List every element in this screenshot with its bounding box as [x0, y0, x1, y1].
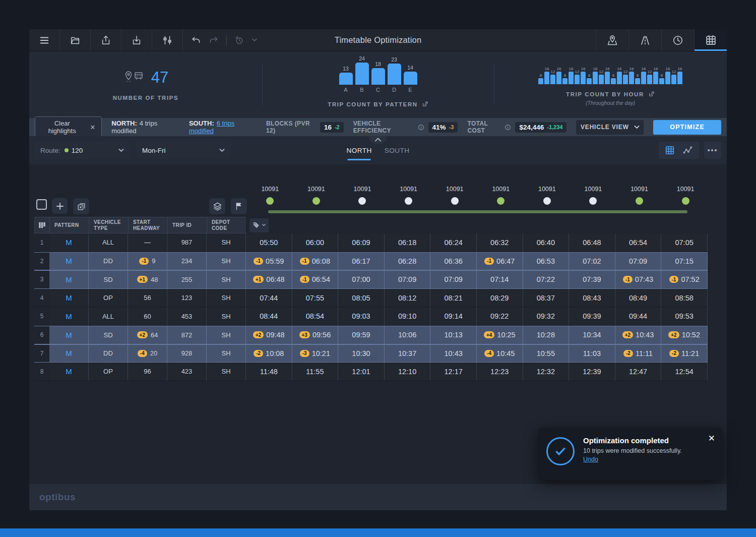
time-cell[interactable]: 09:10	[385, 307, 431, 325]
time-cell[interactable]: 09:14	[430, 307, 477, 325]
time-cell[interactable]: 07:15	[661, 253, 708, 270]
timeline-stop-dot[interactable]	[266, 197, 274, 205]
time-cell[interactable]: 10:37	[385, 345, 431, 363]
time-cell[interactable]: 08:37	[523, 289, 570, 307]
map-view-button[interactable]	[596, 29, 628, 51]
timeline-stop-dot[interactable]	[636, 197, 643, 205]
timeline-stop[interactable]: 10091	[616, 185, 663, 215]
import-button[interactable]	[121, 29, 152, 51]
trip-id-cell[interactable]: 872	[167, 326, 207, 344]
time-cell[interactable]: +210:43	[615, 326, 662, 344]
time-cell[interactable]: 06:00	[292, 233, 339, 252]
trip-id-cell[interactable]: 255	[167, 271, 207, 288]
time-cell[interactable]: -106:08	[292, 253, 339, 270]
time-cell[interactable]: 12:10	[385, 363, 431, 381]
trip-id-cell[interactable]: 987	[167, 233, 207, 252]
time-cell[interactable]: 12:54	[661, 363, 708, 381]
timeline-stop-dot[interactable]	[682, 197, 689, 205]
time-cell[interactable]: 12:17	[430, 363, 477, 381]
time-cell[interactable]: -210:08	[246, 345, 292, 363]
timeline-stop[interactable]: 10091	[339, 185, 386, 215]
pattern-cell[interactable]: M	[49, 289, 89, 307]
time-cell[interactable]: 06:32	[477, 233, 523, 252]
select-all-checkbox[interactable]	[36, 199, 47, 210]
time-cell[interactable]: 07:39	[569, 271, 615, 288]
timeline-stop[interactable]: 10091	[478, 185, 524, 215]
trip-id-cell[interactable]: 453	[167, 307, 207, 325]
timetable-view-button[interactable]	[694, 29, 727, 51]
time-cell[interactable]: 09:32	[523, 307, 570, 325]
time-cell[interactable]: 09:53	[661, 307, 708, 325]
timeline-stop-dot[interactable]	[405, 197, 412, 205]
clear-highlights-button[interactable]: Clear highlights✕	[35, 116, 102, 138]
table-row[interactable]: 7MDD-420928SH-210:08-310:2110:3010:3710:…	[34, 344, 708, 363]
time-cell[interactable]: 08:05	[338, 289, 385, 307]
undo-icon[interactable]	[191, 35, 201, 45]
timeline-stop[interactable]: 10091	[570, 185, 616, 215]
headway-cell[interactable]: +148	[128, 271, 167, 288]
vehicle-view-dropdown[interactable]: VEHICLE VIEW	[576, 120, 644, 135]
vehicle-type-cell[interactable]: SD	[89, 326, 128, 344]
time-cell[interactable]: 07:05	[661, 233, 708, 252]
toast-undo-link[interactable]: Undo	[583, 456, 598, 463]
external-link-icon[interactable]	[422, 101, 428, 107]
tag-button[interactable]	[249, 218, 269, 232]
headway-cell[interactable]: -420	[128, 345, 167, 363]
time-cell[interactable]: -106:47	[477, 253, 523, 270]
table-row[interactable]: 6MSD+264872SH+209:48+309:5609:5910:0610:…	[34, 326, 708, 344]
depot-code-cell[interactable]: SH	[207, 307, 246, 325]
vehicle-type-cell[interactable]: DD	[89, 345, 128, 363]
time-cell[interactable]: 12:47	[615, 363, 662, 381]
time-cell[interactable]: 09:03	[338, 307, 385, 325]
time-cell[interactable]: 08:58	[661, 289, 708, 307]
more-options-button[interactable]: •••	[704, 142, 721, 159]
time-cell[interactable]: -310:21	[292, 345, 339, 363]
service-day-select[interactable]: Mon-Fri	[136, 142, 231, 159]
chevron-down-icon[interactable]	[252, 38, 257, 42]
headway-cell[interactable]: +264	[128, 326, 167, 344]
time-cell[interactable]: 07:22	[523, 271, 570, 288]
time-cell[interactable]: 08:49	[615, 289, 662, 307]
time-cell[interactable]: 10:30	[338, 345, 385, 363]
trip-id-cell[interactable]: 234	[167, 253, 207, 270]
flag-button[interactable]	[231, 198, 247, 214]
time-cell[interactable]: +106:48	[246, 271, 292, 288]
headway-cell[interactable]: 60	[128, 307, 167, 325]
table-row[interactable]: 4MOP56123SH07:4407:5508:0508:1208:2108:2…	[34, 289, 708, 308]
time-cell[interactable]: 11:03	[569, 345, 615, 363]
table-row[interactable]: 1MALL—987SH05:5006:0006:0906:1806:2406:3…	[34, 233, 708, 252]
time-cell[interactable]: 06:54	[615, 233, 662, 252]
table-row[interactable]: 8MOP96423SH11:4811:5512:0112:1012:1712:2…	[34, 363, 708, 381]
time-cell[interactable]: 09:39	[569, 307, 615, 325]
table-mode-icon[interactable]	[664, 145, 675, 156]
pattern-cell[interactable]: M	[49, 233, 89, 252]
vehicle-type-cell[interactable]: ALL	[89, 307, 128, 325]
time-cell[interactable]: -107:43	[615, 271, 662, 288]
time-cell[interactable]: 07:09	[615, 253, 662, 270]
time-cell[interactable]: 06:28	[385, 253, 431, 270]
road-view-button[interactable]	[628, 29, 661, 51]
depot-code-cell[interactable]: SH	[207, 289, 246, 307]
time-cell[interactable]: -211:21	[661, 345, 708, 363]
time-cell[interactable]: 12:39	[569, 363, 615, 381]
time-cell[interactable]: 07:09	[430, 271, 477, 288]
timeline-stop[interactable]: 10091	[524, 185, 571, 215]
time-cell[interactable]: 10:13	[430, 326, 477, 344]
vehicle-type-cell[interactable]: DD	[89, 253, 128, 270]
time-cell[interactable]: -106:54	[292, 271, 339, 288]
header-start-headway[interactable]: START HEADWAY	[128, 217, 167, 233]
info-icon[interactable]	[418, 124, 424, 131]
vehicle-type-cell[interactable]: SD	[89, 271, 128, 288]
time-cell[interactable]: 07:02	[569, 253, 615, 270]
time-cell[interactable]: 08:29	[477, 289, 523, 307]
time-cell[interactable]: 11:55	[292, 363, 339, 381]
table-row[interactable]: 3MSD+148255SH+106:48-106:5407:0007:0907:…	[34, 270, 708, 289]
optimize-button[interactable]: OPTIMIZE	[653, 120, 721, 135]
pattern-cell[interactable]: M	[49, 363, 89, 381]
pattern-cell[interactable]: M	[49, 307, 89, 325]
time-cell[interactable]: -105:59	[246, 253, 292, 270]
add-trip-button[interactable]	[52, 198, 68, 214]
time-cell[interactable]: +209:48	[246, 326, 292, 344]
time-cell[interactable]: 10:06	[385, 326, 431, 344]
time-cell[interactable]: 06:24	[430, 233, 477, 252]
